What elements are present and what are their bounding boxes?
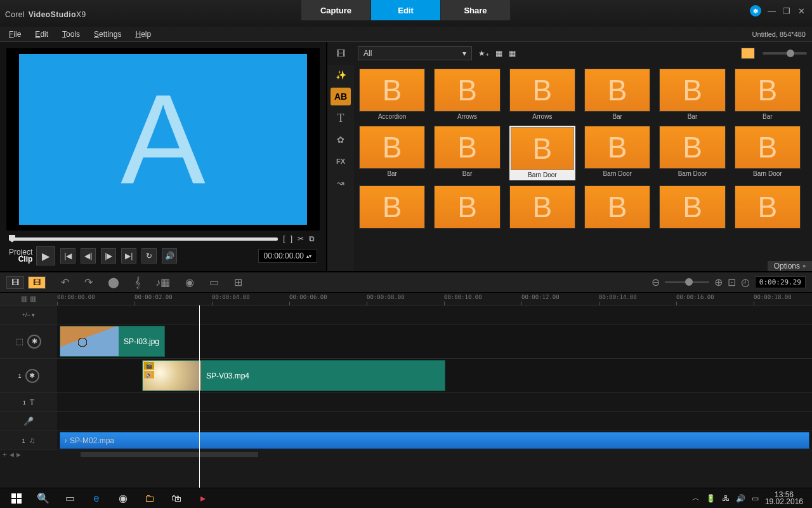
menu-edit[interactable]: Edit	[35, 30, 48, 39]
tray-battery-icon[interactable]: 🔋	[706, 494, 716, 503]
steam-icon[interactable]: ◉	[110, 488, 136, 509]
search-button[interactable]: 🔍	[30, 488, 56, 509]
edge-icon[interactable]: e	[84, 488, 109, 509]
transition-item[interactable]: BBarn Door	[584, 126, 650, 180]
lib-tab-media[interactable]: 🎞	[331, 44, 351, 62]
transition-item[interactable]: BBarn Door	[735, 126, 801, 180]
video-track-head[interactable]: ⬚ ✱	[0, 324, 57, 358]
storyboard-view-button[interactable]: 🎞	[6, 276, 24, 289]
library-filter-dropdown[interactable]: All▾	[358, 46, 472, 60]
clip-audio[interactable]: ♪SP-M02.mpa	[60, 432, 809, 449]
zoom-slider[interactable]	[665, 281, 709, 283]
lib-tool-b-icon[interactable]: ▦	[509, 49, 516, 58]
tray-chevron-icon[interactable]: ︿	[692, 493, 700, 504]
help-globe-icon[interactable]: ✽	[750, 5, 761, 17]
clip-video-a[interactable]: SP-I03.jpg	[60, 326, 165, 357]
multi-view-button[interactable]: ⊞	[234, 276, 242, 288]
voice-track-head[interactable]: 🎤	[0, 412, 57, 431]
lib-tab-path[interactable]: ↝	[331, 174, 351, 192]
explorer-icon[interactable]: 🗀	[137, 488, 162, 509]
timeline-ruler[interactable]: 00:00:00.0000:00:02.0000:00:04.0000:00:0…	[57, 293, 812, 305]
overlay-track-head[interactable]: 1✱	[0, 359, 57, 392]
transition-item[interactable]: B	[434, 185, 500, 237]
zoom-in-button[interactable]: ⊕	[714, 276, 723, 288]
repeat-button[interactable]: ↻	[141, 248, 157, 264]
thumbnail-view-button[interactable]	[741, 48, 755, 59]
menu-help[interactable]: Help	[135, 30, 151, 39]
playhead[interactable]	[199, 305, 200, 488]
lib-tab-instantfx[interactable]: ✨	[331, 66, 351, 84]
fit-project-button[interactable]: ⊡	[728, 276, 736, 288]
mark-out-icon[interactable]: ]	[291, 234, 292, 243]
transition-item[interactable]: BArrows	[509, 69, 575, 121]
transition-item[interactable]: BBarn Door	[659, 126, 725, 180]
zoom-out-button[interactable]: ⊖	[652, 276, 660, 288]
tray-network-icon[interactable]: 🖧	[722, 494, 730, 503]
motion-track-button[interactable]: ◉	[185, 276, 194, 288]
mode-clip-label[interactable]: Clip	[9, 256, 32, 263]
transition-item[interactable]: B	[584, 185, 650, 237]
home-button[interactable]: |◀	[60, 248, 75, 264]
track-header-toggle[interactable]: ▥ ▥	[0, 293, 57, 305]
tab-edit[interactable]: Edit	[371, 0, 441, 20]
transition-item[interactable]: B	[659, 185, 725, 237]
undo-button[interactable]: ↶	[61, 276, 69, 288]
close-button[interactable]: ✕	[798, 6, 807, 15]
restore-button[interactable]: ❐	[783, 6, 792, 15]
tab-capture[interactable]: Capture	[301, 0, 371, 20]
preview-timecode[interactable]: 00:00:00.00▴▾	[258, 249, 317, 263]
play-button[interactable]: ▶	[36, 246, 55, 265]
taskbar-date[interactable]: 19.02.2016	[765, 498, 803, 505]
store-icon[interactable]: 🛍	[164, 488, 189, 509]
record-button[interactable]: ⬤	[108, 276, 119, 288]
lib-tab-graphic[interactable]: ✿	[331, 131, 351, 149]
tray-volume-icon[interactable]: 🔊	[736, 494, 745, 503]
tray-action-center-icon[interactable]: ▭	[752, 494, 759, 503]
split-icon[interactable]: ✂	[298, 234, 304, 243]
transition-item[interactable]: B	[735, 185, 801, 237]
lib-tab-filter[interactable]: FX	[331, 152, 351, 170]
clip-video-b[interactable]: 🎬🔊 SP-V03.mp4	[142, 360, 445, 391]
redo-button[interactable]: ↷	[84, 276, 93, 288]
minimize-button[interactable]: —	[768, 6, 776, 15]
subtitle-button[interactable]: ▭	[209, 276, 219, 288]
thumbnail-size-slider[interactable]	[763, 52, 807, 55]
menu-tools[interactable]: Tools	[62, 30, 80, 39]
transition-item[interactable]: BBar	[359, 126, 425, 180]
menu-file[interactable]: File	[9, 30, 21, 39]
transition-item[interactable]: BBar	[659, 69, 725, 121]
snapshot-icon[interactable]: ⧉	[309, 234, 315, 243]
music-track-head[interactable]: 1 ♫	[0, 431, 57, 450]
add-track-button[interactable]: +	[3, 450, 7, 459]
marker-track-head[interactable]: +/− ▾	[0, 305, 57, 324]
lib-tab-title[interactable]: T	[331, 109, 351, 127]
add-favorite-icon[interactable]: ★₊	[478, 49, 489, 58]
prev-frame-button[interactable]: ◀|	[81, 248, 96, 264]
mark-in-icon[interactable]: [	[283, 234, 285, 243]
next-frame-button[interactable]: |▶	[101, 248, 116, 264]
menu-settings[interactable]: Settings	[94, 30, 121, 39]
tab-share[interactable]: Share	[441, 0, 511, 20]
transition-item[interactable]: BArrows	[434, 69, 500, 121]
videostudio-taskbar-icon[interactable]: ▸	[190, 488, 216, 509]
transition-item[interactable]: B	[359, 185, 425, 237]
preview-canvas[interactable]: A	[6, 48, 320, 231]
transition-item[interactable]: BBar	[434, 126, 500, 180]
transition-item[interactable]: B	[509, 185, 575, 237]
scroll-left-button[interactable]: ◀	[10, 451, 14, 458]
volume-button[interactable]: 🔊	[162, 248, 177, 264]
transition-item[interactable]: BAccordion	[359, 69, 425, 121]
title-track-head[interactable]: 1 T	[0, 393, 57, 411]
lib-tool-a-icon[interactable]: ▦	[495, 49, 502, 58]
scroll-right-button[interactable]: ▶	[16, 451, 21, 458]
transition-item[interactable]: BBar	[735, 69, 801, 121]
end-button[interactable]: ▶|	[121, 248, 136, 264]
transition-item[interactable]: BBar	[584, 69, 650, 121]
audio-mixer-button[interactable]: 𝄞	[134, 277, 140, 288]
start-button[interactable]	[4, 488, 29, 509]
lib-tab-transition[interactable]: AB	[331, 88, 351, 105]
transition-item[interactable]: BBarn Door	[509, 126, 575, 180]
scrub-bar[interactable]	[9, 237, 278, 241]
timeline-view-button[interactable]: 🎞	[28, 276, 46, 289]
taskview-button[interactable]: ▭	[57, 488, 82, 509]
